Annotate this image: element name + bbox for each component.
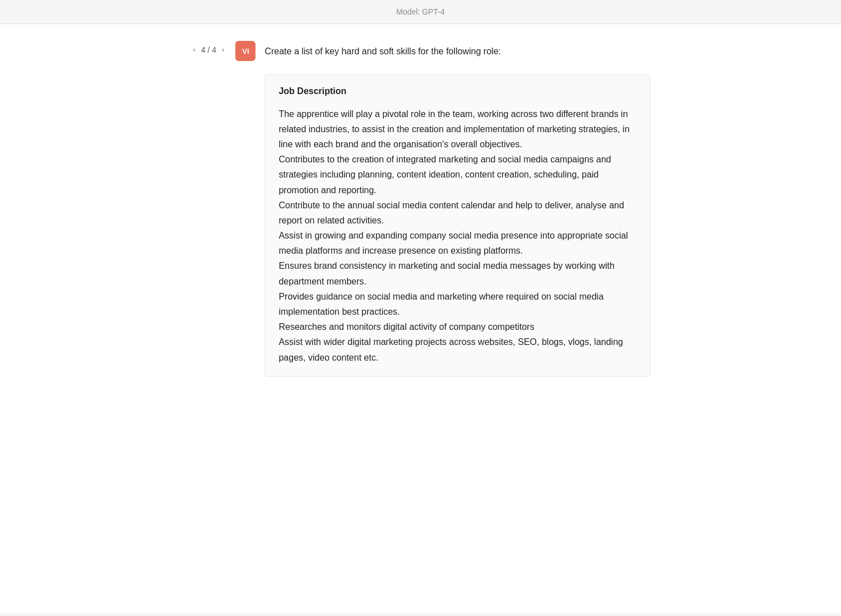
- chevron-right-icon: ›: [222, 45, 224, 54]
- job-description-paragraph: Contribute to the annual social media co…: [278, 198, 636, 228]
- job-description-paragraph: Assist with wider digital marketing proj…: [278, 334, 636, 365]
- next-page-button[interactable]: ›: [220, 44, 226, 55]
- job-description-paragraph: Ensures brand consistency in marketing a…: [278, 258, 636, 288]
- prev-page-button[interactable]: ‹: [191, 44, 198, 55]
- job-description-paragraph: Assist in growing and expanding company …: [278, 228, 636, 258]
- job-description-paragraph: Contributes to the creation of integrate…: [278, 152, 636, 198]
- page-count: 4 / 4: [201, 45, 216, 54]
- model-label: Model: GPT-4: [396, 7, 444, 16]
- job-description-title: Job Description: [278, 86, 636, 96]
- prompt-text: Create a list of key hard and soft skill…: [264, 44, 650, 59]
- avatar-initials: VI: [242, 47, 249, 55]
- job-description-paragraph: The apprentice will play a pivotal role …: [278, 106, 636, 152]
- avatar: VI: [235, 41, 255, 61]
- main-content: ‹ 4 / 4 › VI Create a list of key hard a…: [0, 24, 841, 613]
- pagination-controls: ‹ 4 / 4 ›: [191, 44, 227, 55]
- message-row: ‹ 4 / 4 › VI Create a list of key hard a…: [191, 41, 651, 377]
- job-description-paragraph: Researches and monitors digital activity…: [278, 319, 636, 334]
- job-description-paragraph: Provides guidance on social media and ma…: [278, 289, 636, 319]
- message-content: Create a list of key hard and soft skill…: [264, 41, 650, 377]
- conversation-area: ‹ 4 / 4 › VI Create a list of key hard a…: [169, 24, 673, 427]
- top-bar: Model: GPT-4: [0, 0, 841, 24]
- chevron-left-icon: ‹: [193, 45, 196, 54]
- job-description-body: The apprentice will play a pivotal role …: [278, 106, 636, 365]
- job-description-box: Job Description The apprentice will play…: [264, 74, 650, 377]
